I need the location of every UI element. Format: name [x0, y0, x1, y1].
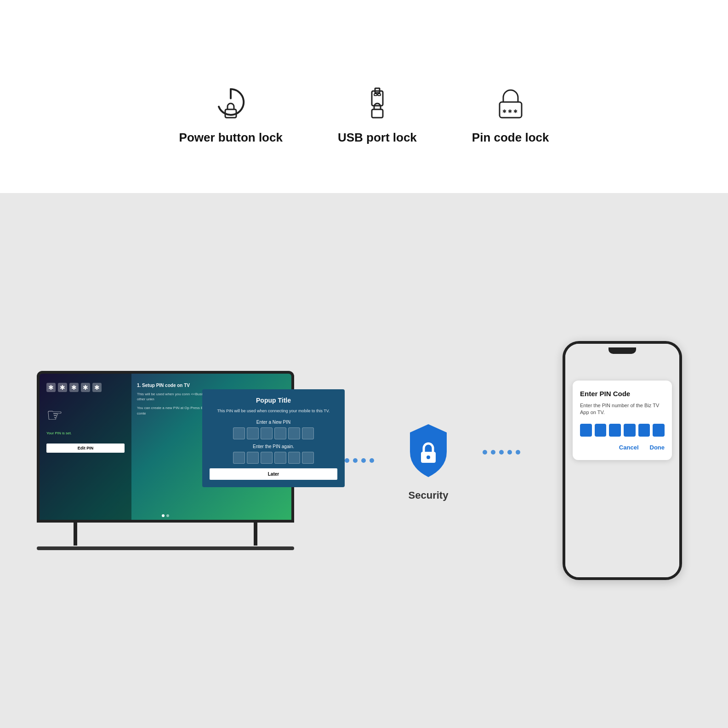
phone-pin-box-5[interactable] [638, 424, 650, 437]
tv-base [37, 546, 294, 550]
tv-finger-icon: ☞ [46, 404, 125, 426]
tv-popup-again-pin-3 [261, 452, 273, 464]
pin-lock-label: Pin code lock [472, 131, 549, 145]
tv-left-panel: ✱ ✱ ✱ ✱ ✱ ☞ Your PIN is set. Edit PIN [40, 374, 131, 520]
tv-popup-new-pin-label: Enter a New PIN [210, 420, 337, 425]
tv-pin-dot-3: ✱ [69, 383, 79, 392]
conn-dot-l5 [370, 458, 374, 463]
conn-dot-r3 [499, 450, 504, 455]
usb-port-lock-item: USB port lock [338, 85, 417, 145]
tv-popup-later-button[interactable]: Later [210, 468, 337, 480]
conn-dot-r2 [491, 450, 495, 455]
phone-container: Enter PIN Code Enter the PIN number of t… [563, 341, 682, 580]
conn-dot-r5 [516, 450, 520, 455]
tv-popup-again-pin-inputs [210, 452, 337, 464]
conn-dot-r1 [483, 450, 487, 455]
phone-pin-box-4[interactable] [624, 424, 636, 437]
tv-popup-again-pin-2 [247, 452, 259, 464]
tv-pin-dot-5: ✱ [92, 383, 102, 392]
tv-popup-again-pin-1 [233, 452, 245, 464]
svg-rect-5 [378, 94, 381, 96]
tv-leg-right [254, 523, 257, 546]
tv-slide-dots [162, 514, 169, 517]
tv-pin-set-text: Your PIN is set. [46, 431, 125, 435]
tv-leg-left [74, 523, 77, 546]
svg-text:✱: ✱ [513, 108, 518, 114]
svg-rect-4 [374, 94, 377, 96]
phone-pin-box-6[interactable] [653, 424, 665, 437]
phone-pin-box-3[interactable] [609, 424, 621, 437]
tv-popup-again-pin-4 [274, 452, 286, 464]
phone-pin-box-2[interactable] [595, 424, 607, 437]
usb-lock-icon [359, 85, 396, 122]
tv-pin-dots: ✱ ✱ ✱ ✱ ✱ [46, 383, 125, 392]
tv-dot-2 [166, 514, 169, 517]
security-section: Security [401, 420, 456, 501]
pin-cancel-button[interactable]: Cancel [619, 444, 639, 451]
tv-popup-again-pin-5 [288, 452, 300, 464]
pin-done-button[interactable]: Done [650, 444, 665, 451]
svg-rect-6 [372, 109, 383, 118]
tv-setup-title: 1. Setup PIN code on TV [137, 383, 286, 388]
tv-popup: Popup Title This PIN will be used when c… [202, 389, 345, 487]
phone-screen [565, 344, 679, 577]
power-button-lock-item: Power button lock [179, 85, 283, 145]
phone-frame: Enter PIN Code Enter the PIN number of t… [563, 341, 682, 580]
tv-popup-again-pin-6 [302, 452, 314, 464]
tv-popup-pin-6 [302, 427, 314, 439]
tv-popup-again-label: Enter the PIN again. [210, 444, 337, 449]
top-section: Power button lock USB port lock [0, 0, 728, 193]
power-lock-label: Power button lock [179, 131, 283, 145]
tv-popup-pin-2 [247, 427, 259, 439]
bottom-section: ✱ ✱ ✱ ✱ ✱ ☞ Your PIN is set. Edit PIN 1.… [0, 193, 728, 728]
power-lock-icon [212, 85, 249, 122]
pin-input-row [580, 424, 665, 437]
tv-dot-1 [162, 514, 165, 517]
tv-popup-new-pin-inputs [210, 427, 337, 439]
conn-dot-l3 [353, 458, 358, 463]
usb-lock-label: USB port lock [338, 131, 417, 145]
pin-dialog-title: Enter PIN Code [580, 390, 665, 398]
tv-pin-dot-4: ✱ [81, 383, 90, 392]
pin-lock-icon: ✱ ✱ ✱ [492, 85, 529, 122]
icon-group: Power button lock USB port lock [179, 85, 549, 145]
tv-popup-desc: This PIN will be used when connecting yo… [210, 409, 337, 414]
phone-notch [609, 347, 636, 354]
tv-pin-dot-1: ✱ [46, 383, 56, 392]
tv-container: ✱ ✱ ✱ ✱ ✱ ☞ Your PIN is set. Edit PIN 1.… [37, 371, 294, 550]
tv-popup-title: Popup Title [210, 397, 337, 404]
svg-point-12 [427, 455, 430, 459]
conn-dot-l4 [361, 458, 366, 463]
conn-dot-r4 [507, 450, 512, 455]
svg-text:✱: ✱ [502, 108, 506, 114]
tv-popup-pin-1 [233, 427, 245, 439]
conn-dot-l2 [345, 458, 349, 463]
tv-popup-pin-5 [288, 427, 300, 439]
security-shield-icon [401, 420, 456, 484]
phone-pin-box-1[interactable] [580, 424, 592, 437]
pin-dialog-actions: Cancel Done [580, 444, 665, 451]
tv-pin-dot-2: ✱ [58, 383, 67, 392]
pin-dialog: Enter PIN Code Enter the PIN number of t… [573, 381, 672, 460]
svg-text:✱: ✱ [508, 108, 512, 114]
right-connection-dots [483, 450, 520, 455]
pin-code-lock-item: ✱ ✱ ✱ Pin code lock [472, 85, 549, 145]
security-label: Security [409, 489, 449, 501]
tv-popup-pin-4 [274, 427, 286, 439]
tv-popup-pin-3 [261, 427, 273, 439]
pin-dialog-desc: Enter the PIN number of the Biz TV App o… [580, 402, 665, 416]
tv-edit-pin-button[interactable]: Edit PIN [46, 444, 125, 453]
